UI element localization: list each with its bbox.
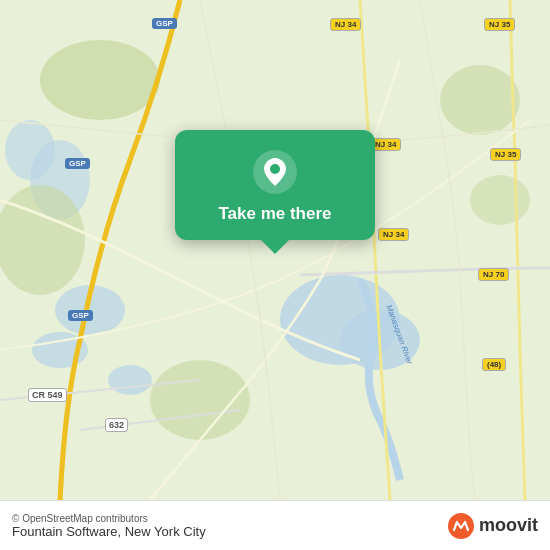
moovit-text: moovit <box>479 515 538 536</box>
moovit-logo: moovit <box>447 512 538 540</box>
bottom-left-info: © OpenStreetMap contributors Fountain So… <box>12 513 206 539</box>
nj35-label-2: NJ 35 <box>490 148 521 161</box>
nj34-label-1: NJ 34 <box>330 18 361 31</box>
bottom-bar: © OpenStreetMap contributors Fountain So… <box>0 500 550 550</box>
svg-point-10 <box>150 360 250 440</box>
location-pin-icon <box>253 150 297 194</box>
take-me-there-button[interactable]: Take me there <box>218 204 331 224</box>
map-container: GSP GSP GSP NJ 34 NJ 34 NJ 34 NJ 35 NJ 3… <box>0 0 550 500</box>
svg-point-15 <box>448 513 474 539</box>
nj35-label-1: NJ 35 <box>484 18 515 31</box>
popup-card: Take me there <box>175 130 375 240</box>
gsp-label-1: GSP <box>152 18 177 29</box>
nj34-label-3: NJ 34 <box>378 228 409 241</box>
svg-point-7 <box>5 120 55 180</box>
gsp-label-2: GSP <box>65 158 90 169</box>
osm-credit: © OpenStreetMap contributors <box>12 513 206 524</box>
svg-point-8 <box>40 40 160 120</box>
gsp-label-3: GSP <box>68 310 93 321</box>
svg-point-5 <box>108 365 152 395</box>
cr549-label: CR 549 <box>28 388 67 402</box>
location-name: Fountain Software, New York City <box>12 524 206 539</box>
r632-label: 632 <box>105 418 128 432</box>
svg-point-12 <box>470 175 530 225</box>
nj48-label: (48) <box>482 358 506 371</box>
moovit-icon <box>447 512 475 540</box>
svg-point-11 <box>440 65 520 135</box>
svg-point-14 <box>270 164 280 174</box>
nj70-label: NJ 70 <box>478 268 509 281</box>
